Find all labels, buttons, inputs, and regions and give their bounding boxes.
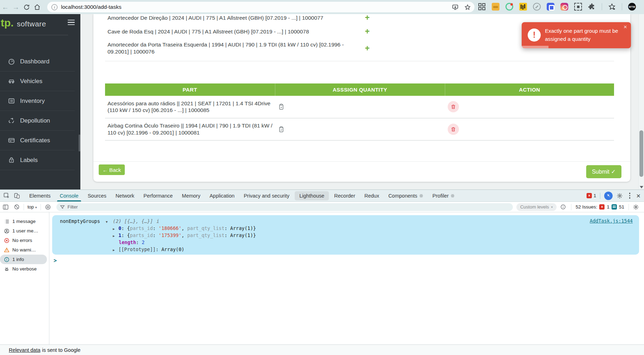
source-location-link[interactable]: AddTask.js:1544 [590,218,633,224]
sidebar-item-certificates[interactable]: Certificates [0,131,75,150]
filter-info[interactable]: 1 info [0,255,47,264]
add-part-button[interactable]: + [362,44,373,52]
sidebar-label: Certificates [20,137,50,144]
console-toolbar: top▾ Custom levels▾ 52 Issues: × 1 51 [0,202,644,212]
clear-console-icon[interactable] [14,204,20,210]
sidebar-scrollbar-thumb[interactable] [79,135,80,151]
error-circle-icon [4,237,10,243]
tab-recorder[interactable]: Recorder [330,190,360,201]
tab-lighthouse[interactable]: Lighthouse [295,191,329,200]
sidebar-item-dashboard[interactable]: Dashboard [0,52,75,71]
tab-privacy-security[interactable]: Privacy and security [239,190,294,201]
tab-profiler[interactable]: Profiler [428,190,459,201]
tab-elements[interactable]: Elements [25,190,55,201]
bookmark-star-icon[interactable] [464,4,471,11]
delete-part-button[interactable] [448,124,459,135]
tab-console[interactable]: Console [55,190,83,201]
console-error-indicator[interactable]: ×1 [587,193,596,198]
filter-user-messages[interactable]: 1 user me… [0,226,47,236]
site-info-icon[interactable]: i [51,4,57,10]
console-settings-icon[interactable] [633,204,639,210]
devtools-close-icon[interactable]: × [636,193,640,199]
relevant-data-link[interactable]: Relevant data [9,347,40,353]
back-button[interactable]: ← Back [99,164,125,175]
filter-warnings[interactable]: No warni… [0,245,47,255]
tab-network[interactable]: Network [111,190,139,201]
sidebar-item-inventory[interactable]: Inventory [0,91,75,111]
array-value: Array(1) [230,225,253,231]
context-selector[interactable]: top▾ [27,204,37,210]
page-scrollbar[interactable] [638,14,644,189]
collapse-arrow-icon[interactable]: ▶ [113,232,118,239]
add-part-button[interactable]: + [362,27,373,35]
filter-verbose[interactable]: No verbose [0,264,47,274]
expand-arrow-icon[interactable]: ▼ [106,218,111,225]
scrollbar-thumb[interactable] [639,130,643,177]
toolbar-separator [602,3,602,10]
devtools-menu-icon[interactable] [627,193,632,198]
filter-all-messages[interactable]: 1 message [0,217,47,226]
column-header-quantity: ASSSIGN QUANTITY [275,83,445,96]
inspect-element-icon[interactable] [3,192,10,199]
caret-down-icon: ▾ [35,206,37,209]
sidebar-filter-label: No errors [12,238,32,243]
assign-quantity-icon[interactable] [278,103,445,110]
submit-button[interactable]: Submit ✓ [586,165,621,178]
tab-memory[interactable]: Memory [177,190,205,201]
extension-chart-icon[interactable] [519,3,527,11]
add-part-button[interactable]: + [362,14,373,21]
sidebar-filter-label: No verbose [12,266,37,272]
console-filter[interactable] [56,203,513,211]
pending-part-row: Cave de Roda Esq | 2024 | AUDI | 775 | A… [108,28,358,35]
console-prompt-chevron[interactable]: > [54,257,644,264]
back-icon[interactable]: ← [0,3,11,11]
extension-blue-icon[interactable] [547,3,554,11]
extension-screenshot-icon[interactable] [574,3,582,11]
console-sidebar-toggle-icon[interactable] [2,204,9,210]
extension-folder-icon[interactable] [492,3,499,11]
collapse-arrow-icon[interactable]: ▶ [113,247,118,254]
profile-avatar[interactable]: WTW [628,3,636,11]
info-icon[interactable] [560,204,566,210]
toolbar-separator [628,204,629,210]
address-bar[interactable]: i localhost:3000/add-tasks [47,2,474,12]
sidebar-item-vehicles[interactable]: Vehicles [0,71,75,91]
filter-errors[interactable]: No errors [0,236,47,245]
collapse-arrow-icon[interactable]: ▶ [113,225,118,232]
star-badge-icon[interactable] [608,3,616,11]
toast-close-icon[interactable]: × [624,24,627,31]
tab-components[interactable]: Components [384,190,428,201]
devtools-settings-icon[interactable] [617,193,623,199]
extension-camera-icon[interactable] [560,3,568,11]
browser-menu-icon[interactable] [642,4,644,10]
sidebar-item-depollution[interactable]: Depollution [0,111,75,131]
tab-redux[interactable]: Redux [360,190,384,201]
scrollbar-down-arrow[interactable] [640,186,643,188]
sidebar-hamburger-icon[interactable] [68,20,75,25]
tab-application[interactable]: Application [205,190,239,201]
device-toolbar-icon[interactable] [13,192,20,199]
info-log-message[interactable]: nonEmptyGroups ▼(2) [{…}, {…}]i ▶0: {par… [52,215,639,255]
issues-summary[interactable]: 52 Issues: × 1 51 [576,204,624,210]
filter-input[interactable] [68,204,173,210]
extensions-puzzle-icon[interactable] [588,3,596,11]
tab-performance[interactable]: Performance [139,190,177,201]
forward-icon[interactable]: → [11,3,21,11]
sidebar-filter-label: 1 message [12,219,36,224]
extension-pencil-icon[interactable] [533,3,541,11]
sidebar-item-labels[interactable]: Labels [0,150,75,170]
tab-sources[interactable]: Sources [83,190,111,201]
extension-ring-icon[interactable] [505,3,513,11]
log-levels-dropdown[interactable]: Custom levels▾ [516,203,557,211]
toast-message: Exactly one part group must be assigned … [545,27,622,43]
live-expression-eye-icon[interactable] [45,204,51,210]
extension-qr-icon[interactable] [478,3,486,11]
ai-assistance-icon[interactable] [604,192,613,200]
reload-icon[interactable] [21,4,32,11]
url-text[interactable]: localhost:3000/add-tasks [61,4,121,10]
assign-quantity-icon[interactable] [278,126,445,133]
install-app-icon[interactable] [452,4,459,11]
screen: ← → i localhost:3000/add-tasks [0,0,644,355]
home-icon[interactable] [32,4,42,11]
delete-part-button[interactable] [448,101,459,112]
